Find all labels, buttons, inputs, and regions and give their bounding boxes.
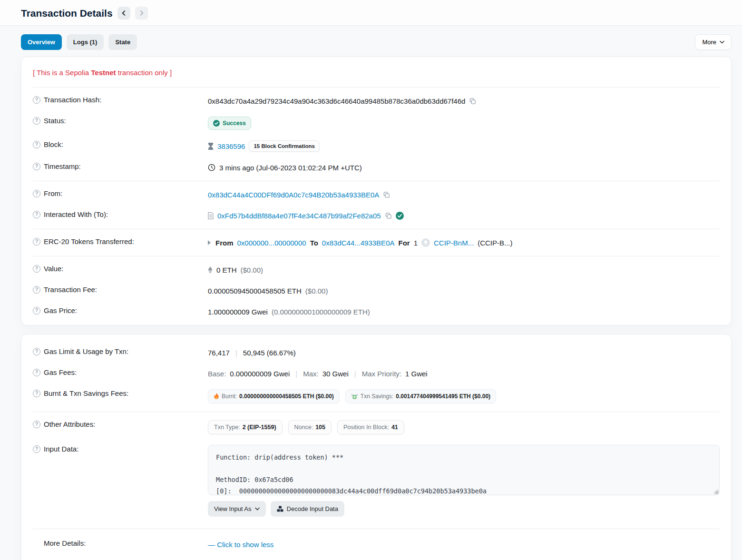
- copy-from-address-button[interactable]: [383, 191, 390, 198]
- from-address-link[interactable]: 0x83dC44a4C00DFf69d0A0c7c94B20b53a4933BE…: [208, 191, 379, 199]
- check-circle-icon: [213, 120, 220, 127]
- input-data-textarea[interactable]: Function: drip(address token) *** Method…: [208, 445, 720, 495]
- tab-overview[interactable]: Overview: [21, 34, 62, 50]
- block-confirmations-badge: 15 Block Confirmations: [249, 140, 319, 152]
- gas-price-gwei: 1.000000009 Gwei: [208, 308, 268, 316]
- resize-handle[interactable]: [713, 488, 718, 493]
- token-symbol: (CCIP-B...): [478, 239, 512, 247]
- help-icon[interactable]: [33, 421, 40, 428]
- help-icon[interactable]: [33, 141, 40, 148]
- token-logo-icon: [421, 238, 430, 247]
- copy-icon: [469, 98, 476, 105]
- txn-savings-value: 0.001477404999541495 ETH ($0.00): [396, 393, 490, 400]
- help-icon[interactable]: [33, 286, 40, 294]
- eth-diamond-icon: [208, 266, 213, 274]
- help-icon[interactable]: [33, 96, 40, 104]
- gas-usage-value: 50,945 (66.67%): [243, 349, 296, 357]
- row-transaction-fee: Transaction Fee: 0.000050945000458505 ET…: [33, 280, 720, 301]
- row-label: Other Attributes:: [44, 420, 95, 428]
- page-header: Transaction Details: [0, 0, 742, 26]
- show-less-link[interactable]: — Click to show less: [208, 540, 273, 549]
- base-fee-label: Base:: [208, 370, 226, 378]
- row-label: Gas Limit & Usage by Txn:: [44, 347, 128, 355]
- copy-hash-button[interactable]: [469, 98, 476, 105]
- copy-to-address-button[interactable]: [385, 212, 392, 219]
- help-icon[interactable]: [33, 307, 40, 314]
- divider: [33, 529, 720, 529]
- burnt-fee-value: 0.000000000000458505 ETH ($0.00): [239, 393, 334, 400]
- tab-state[interactable]: State: [108, 34, 137, 50]
- help-icon[interactable]: [33, 190, 40, 197]
- tab-bar: Overview Logs (1) State More: [21, 34, 732, 50]
- help-icon[interactable]: [33, 238, 40, 246]
- help-icon[interactable]: [33, 445, 40, 453]
- position-value: 41: [391, 424, 398, 431]
- hourglass-icon: [208, 143, 214, 150]
- nonce-badge: Nonce: 105: [288, 420, 332, 434]
- separator: |: [352, 370, 358, 378]
- transfer-to-address-link[interactable]: 0x83dC44...4933BE0A: [322, 239, 395, 247]
- chevron-right-icon: [139, 10, 144, 16]
- row-label: Value:: [44, 265, 63, 273]
- block-number-link[interactable]: 3836596: [217, 142, 245, 150]
- divider: [33, 256, 720, 256]
- base-fee-value: 0.000000009 Gwei: [230, 370, 290, 378]
- prev-transaction-button[interactable]: [117, 7, 130, 20]
- help-icon[interactable]: [33, 390, 40, 397]
- row-status: Status: Success: [33, 111, 720, 135]
- position-label: Position In Block:: [343, 424, 389, 431]
- row-more-details: More Details: — Click to show less: [33, 532, 720, 558]
- row-value: Value: 0 ETH ($0.00): [33, 259, 720, 280]
- divider: [33, 87, 720, 88]
- help-icon[interactable]: [33, 211, 40, 218]
- row-label: From:: [44, 189, 62, 197]
- transfer-chevron-icon: [208, 240, 211, 245]
- fee-amount: 0.000050945000458505 ETH: [208, 287, 302, 295]
- timestamp-value: 3 mins ago (Jul-06-2023 01:02:24 PM +UTC…: [219, 164, 362, 172]
- token-name-link[interactable]: CCIP-BnM...: [434, 239, 474, 247]
- view-input-as-button[interactable]: View Input As: [208, 501, 266, 517]
- to-address-link[interactable]: 0xFd57b4ddBf88a4e07fF4e34C487b99af2Fe82a…: [217, 212, 381, 220]
- warning-bold: Testnet: [91, 69, 116, 77]
- row-transaction-hash: Transaction Hash: 0x843dc70a4a29d79234c4…: [33, 90, 720, 111]
- row-gas-price: Gas Price: 1.000000009 Gwei (0.000000001…: [33, 301, 720, 322]
- row-other-attributes: Other Attributes: Txn Type: 2 (EIP-1559)…: [33, 415, 720, 440]
- more-button-label: More: [702, 39, 716, 46]
- txn-savings-label: Txn Savings:: [361, 393, 393, 400]
- row-label: Transaction Hash:: [44, 96, 101, 104]
- max-priority-label: Max Priority:: [362, 370, 401, 378]
- status-badge: Success: [208, 117, 251, 130]
- view-input-as-label: View Input As: [214, 505, 252, 512]
- help-icon[interactable]: [33, 348, 40, 355]
- row-label: Status:: [44, 117, 66, 125]
- transfer-for-word: For: [398, 239, 410, 247]
- decode-input-data-button[interactable]: Decode Input Data: [271, 501, 344, 517]
- transfer-from-word: From: [215, 239, 234, 247]
- transfer-from-address-link[interactable]: 0x000000...00000000: [237, 239, 306, 247]
- tab-logs[interactable]: Logs (1): [67, 34, 104, 50]
- row-label: Gas Price:: [44, 306, 77, 314]
- help-icon[interactable]: [33, 117, 40, 125]
- txn-type-value: 2 (EIP-1559): [243, 424, 276, 431]
- warning-suffix: transaction only ]: [116, 69, 172, 77]
- copy-icon: [385, 212, 392, 219]
- txn-savings-badge: Txn Savings: 0.001477404999541495 ETH ($…: [345, 389, 496, 403]
- row-label: Burnt & Txn Savings Fees:: [44, 389, 128, 397]
- chevron-down-icon: [720, 40, 724, 44]
- row-label: Timestamp:: [44, 162, 81, 170]
- max-fee-value: 30 Gwei: [322, 370, 349, 378]
- divider: [33, 229, 720, 229]
- help-icon[interactable]: [33, 265, 40, 273]
- burnt-fee-badge: Burnt: 0.000000000000458505 ETH ($0.00): [208, 389, 340, 403]
- more-dropdown-button[interactable]: More: [695, 34, 732, 50]
- divider: [33, 181, 720, 181]
- row-gas-fees: Gas Fees: Base: 0.000000009 Gwei | Max: …: [33, 363, 720, 384]
- value-usd: ($0.00): [241, 266, 264, 274]
- help-icon[interactable]: [33, 163, 40, 170]
- txn-type-label: Txn Type:: [214, 424, 240, 431]
- position-in-block-badge: Position In Block: 41: [337, 420, 404, 434]
- help-icon[interactable]: [33, 369, 40, 376]
- next-transaction-button[interactable]: [135, 7, 148, 20]
- overview-card: [ This is a Sepolia Testnet transaction …: [21, 57, 732, 325]
- burnt-fee-label: Burnt:: [222, 393, 237, 400]
